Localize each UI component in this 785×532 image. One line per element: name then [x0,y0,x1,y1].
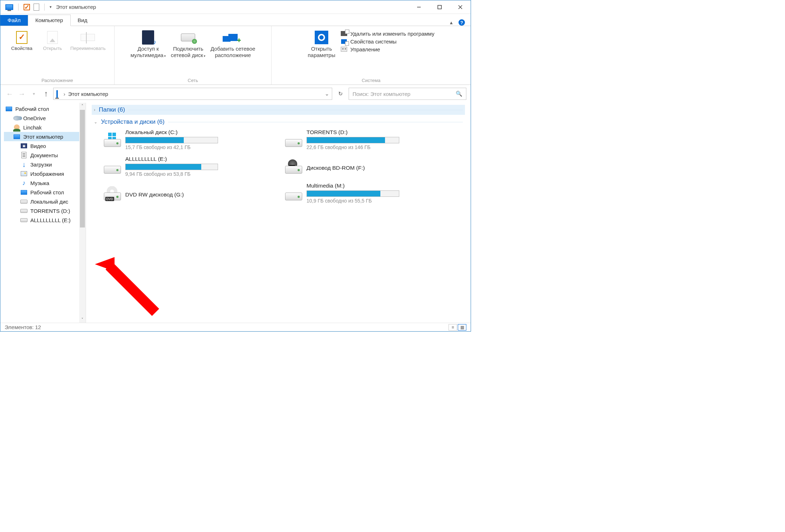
nav-item-desktop2[interactable]: Рабочий стол [4,188,86,197]
usage-bar [126,164,201,170]
scroll-up-icon[interactable]: ˄ [79,103,86,109]
status-items-label: Элементов: [5,324,34,330]
drive-g[interactable]: DVD DVD RW дисковод (G:) [102,180,273,206]
group-label-system: Система [362,78,380,83]
scroll-thumb[interactable] [80,110,85,227]
uninstall-icon [341,31,347,36]
content-pane: › Папки (6) ⌄ Устройства и диски (6) Лок… [86,103,471,323]
nav-item-all-e[interactable]: ALLLLLLLLL (E:) [4,215,86,225]
nav-item-downloads[interactable]: ↓Загрузки [4,160,86,169]
chevron-down-icon: ⌄ [94,119,97,124]
group-label-network: Сеть [188,78,198,83]
navigation-pane: Рабочий стол OneDrive Linchak Этот компь… [0,103,86,323]
search-icon: 🔍 [456,91,462,97]
qat-dropdown-icon[interactable]: ▾ [50,5,52,9]
minimize-button[interactable] [409,1,429,14]
open-icon [47,31,58,44]
onedrive-icon [13,116,20,121]
close-button[interactable] [450,1,471,14]
body: Рабочий стол OneDrive Linchak Этот компь… [0,103,471,323]
group-label-location: Расположение [41,78,73,83]
nav-item-desktop[interactable]: Рабочий стол [4,104,86,113]
drive-icon [20,209,27,213]
group-folders[interactable]: › Папки (6) [92,105,465,115]
drives-grid: Локальный диск (C:) 15,7 ГБ свободно из … [92,127,465,206]
back-button[interactable]: ← [5,89,15,99]
nav-item-user[interactable]: Linchak [4,123,86,132]
drive-icon [104,133,121,147]
tab-file[interactable]: Файл [0,15,28,26]
collapse-ribbon-icon[interactable]: ▲ [449,20,454,25]
open-button[interactable]: Открыть [40,28,65,51]
add-network-location-button[interactable]: Добавить сетевоерасположение [211,28,255,58]
nav-item-videos[interactable]: ▣Видео [4,141,86,150]
usage-bar [307,137,385,143]
scroll-down-icon[interactable]: ˅ [79,316,86,323]
drive-icon [104,159,121,174]
view-details-button[interactable]: ≡ [449,324,457,331]
document-icon [21,152,26,158]
nav-item-music[interactable]: ♪Музыка [4,178,86,188]
svg-rect-1 [438,5,441,9]
view-tiles-button[interactable]: ▦ [458,324,466,331]
qat-divider [44,4,45,11]
history-dropdown[interactable]: ▾ [29,89,39,99]
chevron-right-icon: › [94,107,95,112]
chevron-down-icon: ▾ [204,54,206,58]
open-settings-button[interactable]: Открытьпараметры [308,28,335,58]
navigation-row: ← → ▾ ↑ › Этот компьютер ⌄ ↻ Поиск: Этот… [0,85,471,103]
drive-e[interactable]: ALLLLLLLLL (E:) 9,94 ГБ свободно из 53,8… [102,154,273,179]
ribbon-tabs: Файл Компьютер Вид ▲ ? [0,14,471,26]
refresh-button[interactable]: ↻ [334,88,346,100]
properties-button[interactable]: Свойства [9,28,35,51]
address-bar[interactable]: › Этот компьютер ⌄ [53,88,332,100]
rename-button[interactable]: Переименовать [70,28,106,51]
maximize-button[interactable] [429,1,450,14]
forward-button[interactable]: → [17,89,27,99]
new-doc-icon[interactable] [34,4,39,11]
address-dropdown-icon[interactable]: ⌄ [322,91,332,97]
drive-c[interactable]: Локальный диск (C:) 15,7 ГБ свободно из … [102,127,273,152]
tab-view[interactable]: Вид [71,15,95,26]
usage-bar [126,137,184,143]
drive-f[interactable]: Дисковод BD-ROM (F:) [284,154,454,179]
manage-button[interactable]: Управление [340,46,435,52]
quick-access-toolbar: ▾ [0,4,52,11]
chevron-right-icon[interactable]: › [61,91,68,97]
drive-icon [20,200,27,204]
pc-icon [54,91,61,97]
nav-item-torrents-d[interactable]: TORRENTS (D:) [4,206,86,215]
address-text: Этот компьютер [68,91,322,97]
bd-rom-icon [285,159,302,174]
nav-item-pictures[interactable]: Изображения [4,169,86,178]
download-icon: ↓ [20,161,27,168]
map-drive-button[interactable]: Подключитьсетевой диск▾ [171,28,206,58]
nav-item-local-c[interactable]: Локальный дис [4,197,86,206]
search-placeholder: Поиск: Этот компьютер [353,91,410,97]
media-access-button[interactable]: Доступ кмультимедиа▾ [131,28,166,58]
nav-item-documents[interactable]: Документы [4,150,86,160]
music-icon: ♪ [20,180,27,186]
help-icon[interactable]: ? [459,19,465,26]
media-icon [142,30,154,45]
system-properties-button[interactable]: Свойства системы [340,38,435,45]
search-box[interactable]: Поиск: Этот компьютер 🔍 [349,88,466,100]
nav-item-onedrive[interactable]: OneDrive [4,113,86,123]
uninstall-program-button[interactable]: Удалить или изменить программу [340,30,435,37]
checkbox-icon [16,31,27,44]
usage-bar [307,191,380,196]
drive-d[interactable]: TORRENTS (D:) 22,6 ГБ свободно из 146 ГБ [284,127,454,152]
status-items-count: 12 [35,324,41,330]
group-devices[interactable]: ⌄ Устройства и диски (6) [92,117,465,127]
drive-m[interactable]: Multimedia (M:) 10,9 ГБ свободно из 55,5… [284,180,454,206]
nav-item-this-pc[interactable]: Этот компьютер [4,132,86,141]
ribbon: Свойства Открыть Переименовать Расположе… [0,26,471,85]
dvd-icon: DVD [104,186,121,200]
add-location-icon [228,34,238,41]
up-button[interactable]: ↑ [41,89,51,99]
properties-icon[interactable] [24,4,30,10]
tab-computer[interactable]: Компьютер [28,15,71,26]
nav-scrollbar[interactable]: ˄ ˅ [79,103,86,323]
drive-icon [285,133,302,147]
manage-icon [341,47,347,52]
